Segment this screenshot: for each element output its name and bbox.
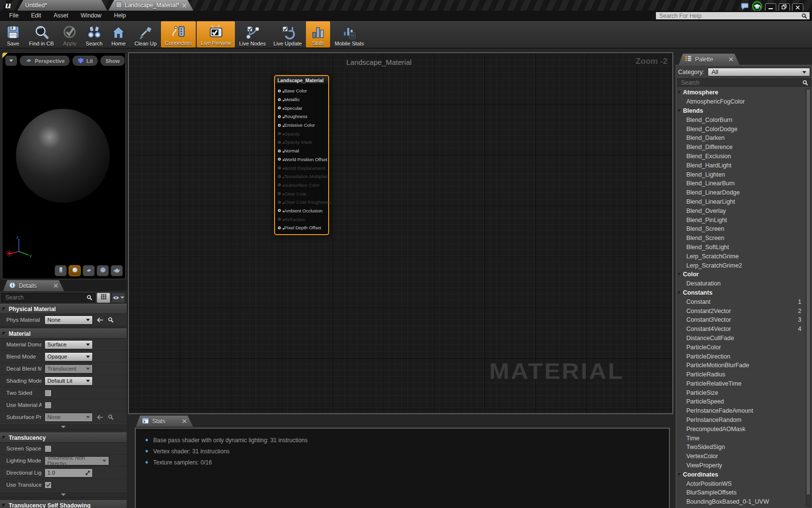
- pin-metallic[interactable]: Metallic: [275, 95, 328, 104]
- toolbar-button-stats[interactable]: Stats: [306, 21, 330, 47]
- palette-item-particlesize[interactable]: ParticleSize: [677, 388, 804, 397]
- palette-item-constant2vector[interactable]: Constant2Vector2: [677, 306, 804, 315]
- pin-ambient-occlusion[interactable]: Ambient Occlusion: [275, 207, 328, 215]
- palette-item-vertexcolor[interactable]: VertexColor: [677, 452, 804, 461]
- checkbox-use-material-a[interactable]: [44, 402, 52, 409]
- material-output-node[interactable]: Landscape_Material Base ColorMetallicSpe…: [274, 75, 329, 235]
- tab-details[interactable]: Details: [3, 280, 64, 291]
- dropdown-lighting-mode[interactable]: Volumetric Non Directio: [44, 456, 109, 465]
- back-arrow-icon[interactable]: [97, 317, 103, 323]
- pin-subsurface-color[interactable]: Subsurface Color: [275, 181, 328, 190]
- details-search-input[interactable]: [4, 294, 87, 301]
- category-dropdown[interactable]: All: [708, 68, 810, 76]
- palette-item-boundingboxbased-0-1-uvw[interactable]: BoundingBoxBased_0-1_UVW: [677, 497, 804, 507]
- pin-opacity-mask[interactable]: Opacity Mask: [275, 138, 328, 147]
- palette-category-constants[interactable]: Constants: [677, 288, 804, 298]
- palette-search-box[interactable]: [677, 78, 811, 87]
- toolbar-button-live-nodes[interactable]: Live Nodes: [235, 21, 270, 48]
- palette-scrollbar[interactable]: [806, 89, 811, 507]
- pin-refraction[interactable]: Refraction: [275, 215, 328, 224]
- toolbar-button-find-in-cb[interactable]: Find in CB: [25, 21, 58, 48]
- preview-shape-cylinder[interactable]: [55, 265, 67, 276]
- palette-category-atmosphere[interactable]: Atmosphere: [677, 88, 804, 97]
- palette-item-particlemotionblurfade[interactable]: ParticleMotionBlurFade: [677, 361, 804, 370]
- show-button[interactable]: Show: [101, 56, 124, 66]
- palette-item-desaturation[interactable]: Desaturation: [677, 279, 804, 288]
- palette-item-constant4vector[interactable]: Constant4Vector4: [677, 325, 804, 334]
- palette-item-constant3vector[interactable]: Constant3Vector3: [677, 315, 804, 325]
- toolbar-button-apply[interactable]: Apply: [58, 21, 82, 48]
- pin-clear-coat-roughness[interactable]: Clear Coat Roughness: [275, 198, 328, 207]
- pin-base-color[interactable]: Base Color: [275, 87, 328, 95]
- toolbar-button-clean-up[interactable]: Clean Up: [130, 21, 160, 48]
- tab-landscape-material[interactable]: Landscape_Material*: [108, 0, 193, 11]
- browse-icon[interactable]: [108, 414, 114, 420]
- palette-item-blend-linearlight[interactable]: Blend_LinearLight: [677, 197, 804, 207]
- palette-item-constant[interactable]: Constant1: [677, 297, 804, 306]
- minimize-button[interactable]: [765, 3, 776, 12]
- palette-search-input[interactable]: [680, 79, 802, 87]
- palette-item-actorpositionws[interactable]: ActorPositionWS: [677, 479, 804, 488]
- palette-item-blend-screen[interactable]: Blend_Screen: [677, 234, 804, 243]
- palette-item-blend-hardlight[interactable]: Blend_HardLight: [677, 161, 804, 170]
- toolbar-button-search[interactable]: Search: [82, 21, 106, 48]
- help-search-input[interactable]: [658, 12, 801, 20]
- palette-item-blend-linearburn[interactable]: Blend_LinearBurn: [677, 179, 804, 188]
- tab-stats[interactable]: Stats: [136, 416, 193, 427]
- pin-tessellation-multiplier[interactable]: Tessellation Multiplier: [275, 172, 328, 181]
- pin-pixel-depth-offset[interactable]: Pixel Depth Offset: [275, 224, 328, 232]
- menu-edit[interactable]: Edit: [25, 12, 47, 19]
- menu-file[interactable]: File: [3, 12, 25, 19]
- scrollbar-thumb[interactable]: [807, 90, 810, 494]
- section-expander[interactable]: [0, 491, 127, 498]
- menu-help[interactable]: Help: [108, 12, 132, 19]
- close-icon[interactable]: [182, 419, 187, 423]
- section-header-translucency-self-shadowing[interactable]: Translucency Self Shadowing: [0, 500, 127, 508]
- palette-item-particlerelativetime[interactable]: ParticleRelativeTime: [677, 379, 804, 388]
- close-icon[interactable]: [182, 3, 187, 8]
- pin-clear-coat[interactable]: Clear Coat: [275, 189, 328, 198]
- pin-opacity[interactable]: Opacity: [275, 129, 328, 138]
- palette-item-particlecolor[interactable]: ParticleColor: [677, 343, 804, 352]
- property-matrix-button[interactable]: [97, 293, 110, 303]
- checkbox-screen-space[interactable]: [44, 445, 52, 452]
- dropdown-blend-mode[interactable]: Opaque: [44, 352, 93, 361]
- checkbox-two-sided[interactable]: [44, 389, 52, 397]
- toolbar-button-home[interactable]: Home: [106, 21, 130, 48]
- toolbar-button-connectors[interactable]: Connectors: [161, 21, 196, 47]
- back-arrow-icon[interactable]: [97, 415, 103, 420]
- menu-asset[interactable]: Asset: [47, 12, 74, 19]
- palette-category-color[interactable]: Color: [677, 270, 804, 279]
- restore-button[interactable]: [779, 3, 790, 12]
- checkbox-use-transluce[interactable]: [44, 481, 52, 489]
- palette-item-blend-difference[interactable]: Blend_Difference: [677, 143, 804, 152]
- pin-roughness[interactable]: Roughness: [275, 112, 328, 121]
- preview-shape-cube[interactable]: [97, 265, 109, 276]
- preview-shape-sphere[interactable]: [69, 265, 81, 276]
- palette-item-blend-overlay[interactable]: Blend_Overlay: [677, 206, 804, 215]
- palette-item-distancecullfade[interactable]: DistanceCullFade: [677, 334, 804, 343]
- dropdown-material-doma[interactable]: Surface: [44, 340, 93, 349]
- dropdown-phys-material[interactable]: None: [44, 315, 93, 325]
- pin-world-displacement[interactable]: World Displacement: [275, 164, 328, 172]
- palette-category-coordinates[interactable]: Coordinates: [677, 470, 804, 479]
- palette-item-time[interactable]: Time: [677, 433, 804, 443]
- pin-emissive-color[interactable]: Emissive Color: [275, 121, 328, 130]
- close-icon[interactable]: [54, 284, 58, 288]
- palette-item-twosidedsign[interactable]: TwoSidedSign: [677, 443, 804, 452]
- material-graph-canvas[interactable]: Landscape_Material Zoom -2 MATERIAL Land…: [128, 52, 673, 414]
- close-icon[interactable]: [729, 57, 733, 61]
- palette-item-perinstancerandom[interactable]: PerInstanceRandom: [677, 416, 804, 425]
- palette-item-blend-screen[interactable]: Blend_Screen: [677, 224, 804, 234]
- palette-item-blend-softlight[interactable]: Blend_SoftLight: [677, 243, 804, 252]
- view-options-button[interactable]: [112, 293, 125, 303]
- preview-shape-plane[interactable]: [83, 265, 95, 276]
- section-header-physical-material[interactable]: Physical Material: [0, 304, 127, 314]
- palette-item-lerp-scratchgrime2[interactable]: Lerp_ScratchGrime2: [677, 261, 804, 270]
- section-header-translucency[interactable]: Translucency: [0, 433, 127, 443]
- details-search-box[interactable]: [1, 293, 95, 302]
- section-header-material[interactable]: Material: [0, 329, 127, 339]
- dropdown-decal-blend-m[interactable]: Translucent: [44, 364, 93, 374]
- pin-normal[interactable]: Normal: [275, 147, 328, 155]
- palette-item-blend-colordodge[interactable]: Blend_ColorDodge: [677, 124, 804, 134]
